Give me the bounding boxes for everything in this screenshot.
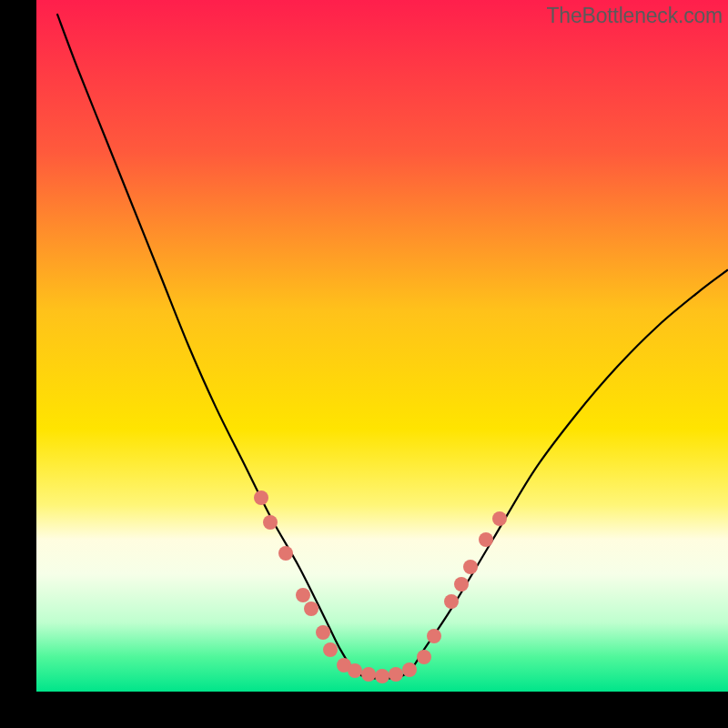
- data-marker: [375, 669, 389, 683]
- data-marker: [417, 650, 431, 664]
- data-marker: [278, 546, 293, 561]
- data-marker: [402, 662, 417, 677]
- chart-frame: [36, 0, 728, 692]
- data-marker: [348, 663, 362, 678]
- plot-area: [36, 0, 728, 692]
- data-marker: [263, 515, 278, 530]
- data-marker: [304, 602, 318, 616]
- data-marker: [361, 667, 376, 682]
- bottleneck-curve: [36, 0, 728, 692]
- data-marker: [296, 588, 310, 602]
- watermark-text: TheBottleneck.com: [547, 4, 723, 28]
- data-marker: [479, 532, 493, 547]
